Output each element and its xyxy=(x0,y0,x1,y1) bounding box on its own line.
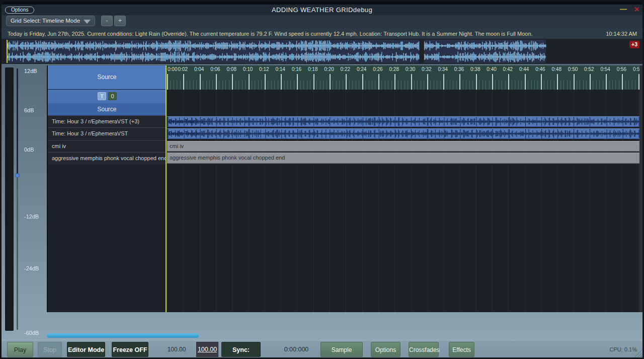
timeline-tick-minor xyxy=(537,80,538,90)
waveform-overview-strip[interactable]: +3 xyxy=(0,39,644,64)
audio-clip[interactable]: cmi iv xyxy=(167,141,639,152)
stop-button[interactable]: Stop xyxy=(38,342,62,357)
timeline-tick-minor xyxy=(303,80,304,90)
timeline-tick-major xyxy=(476,74,477,90)
timeline-tick-minor xyxy=(437,80,437,90)
timeline-tick-minor xyxy=(339,80,340,90)
timeline-tick-minor xyxy=(577,80,577,90)
freeze-button[interactable]: Freeze OFF xyxy=(112,342,148,357)
timeline-tick-major xyxy=(378,74,379,90)
timeline-tick-minor xyxy=(632,80,632,90)
timeline-tick-label: 0:14 xyxy=(275,66,285,72)
audio-clip[interactable]: Drum Track 1 xyxy=(167,128,639,139)
source-selector-top[interactable]: Source xyxy=(48,65,166,89)
timeline-tick-major xyxy=(183,74,184,90)
timeline-tick-minor xyxy=(365,80,366,90)
timeline-tick-minor xyxy=(222,80,223,90)
audio-clip[interactable]: aggressive memphis phonk vocal chopped e… xyxy=(167,153,639,164)
timeline-tick-minor xyxy=(336,80,337,90)
clip-label: aggressive memphis phonk vocal chopped e… xyxy=(170,155,285,161)
weather-status-text: Today is Friday, Jun 27th, 2025. Current… xyxy=(8,29,533,39)
timeline-tick-minor xyxy=(245,80,246,90)
track-header-row[interactable]: cmi iv xyxy=(48,140,166,152)
sync-button[interactable]: Sync: Internal xyxy=(221,342,261,357)
horizontal-scrollbar[interactable] xyxy=(47,333,199,338)
timeline-tick-minor xyxy=(206,80,207,90)
timeline-tick-minor xyxy=(495,80,496,90)
timeline-tick-minor xyxy=(300,80,301,90)
timeline-tick-label: 0:52 xyxy=(584,66,594,72)
timeline-tick-label: 0:30 xyxy=(406,66,415,72)
timeline-tick-minor xyxy=(430,80,431,90)
timeline-tick-minor xyxy=(229,80,229,90)
zoom-in-button[interactable]: + xyxy=(114,16,126,26)
transpose-toggle-button[interactable]: T xyxy=(98,92,106,100)
transpose-value-button[interactable]: 0 xyxy=(108,92,117,100)
timeline-tick-label: 0:24 xyxy=(357,66,366,72)
overview-playhead xyxy=(7,40,8,63)
timeline-tick-major xyxy=(411,74,412,90)
timeline-tick-label: 0:12 xyxy=(259,66,269,72)
timeline-tick-major xyxy=(541,74,542,90)
timeline-tick-minor xyxy=(170,80,171,90)
track-header-row[interactable]: aggressive memphis phonk vocal chopped e… xyxy=(48,152,166,164)
transport-bar: Play Stop Editor Mode Freeze OFF 100.00 … xyxy=(0,340,644,359)
zoom-out-button[interactable]: - xyxy=(101,16,113,26)
clock-display: 10:14:32 AM xyxy=(606,29,637,39)
sample-browser-button[interactable]: Sample Browser xyxy=(320,342,363,357)
timeline-tick-major xyxy=(606,74,607,90)
close-icon[interactable]: ✕ xyxy=(634,5,639,15)
options-button-bottom[interactable]: Options xyxy=(371,342,400,357)
timeline-ruler[interactable]: 0:000:020:040:060:080:100:120:140:160:18… xyxy=(166,65,639,90)
volume-fader-track[interactable] xyxy=(17,68,18,175)
timeline-tick-minor xyxy=(580,80,580,90)
track-header-panel: Source T 0 Source Time: Hour 3 / r/Ephem… xyxy=(47,65,166,312)
timeline-tick-minor xyxy=(466,80,466,90)
timeline-tick-label: 0:56 xyxy=(617,66,626,72)
timeline-tick-label: 0:22 xyxy=(341,66,350,72)
play-button[interactable]: Play xyxy=(7,342,33,357)
timeline-tick-label: 0:06 xyxy=(210,66,220,72)
volume-fader-handle[interactable] xyxy=(15,173,20,178)
playhead[interactable] xyxy=(166,65,167,312)
timeline-tick-minor xyxy=(190,80,190,90)
main-area: 12dB6dB0dB-12dB-24dB-60dB Source T 0 Sou… xyxy=(0,64,644,340)
timeline-tick-minor xyxy=(567,80,568,90)
editor-mode-button[interactable]: Editor Mode xyxy=(67,342,105,357)
timeline-tick-minor xyxy=(177,80,177,90)
timeline-tick-minor xyxy=(417,80,418,90)
timeline-tick-label: 0:18 xyxy=(308,66,317,72)
timeline-tick-major xyxy=(574,74,575,90)
source-selector-bottom[interactable]: Source xyxy=(48,103,166,115)
timeline-tick-minor xyxy=(472,80,473,90)
timeline-tick-label: 0:42 xyxy=(503,66,513,72)
timeline-tick-minor xyxy=(343,80,343,90)
vertical-scrollbar-track[interactable] xyxy=(639,65,642,312)
timeline-tick-minor xyxy=(560,80,561,90)
track-header-row[interactable]: Time: Hour 3 / r/EphemeraVST xyxy=(48,127,166,139)
timeline-tick-minor xyxy=(453,80,453,90)
audio-clip[interactable]: Drum Track 1 xyxy=(167,116,639,127)
transpose-row: T 0 xyxy=(48,90,166,103)
volume-fader-fill[interactable] xyxy=(17,175,18,330)
crossfades-button[interactable]: Crossfades xyxy=(409,342,439,357)
timeline-tick-minor xyxy=(505,80,506,90)
timeline-tick-minor xyxy=(612,80,613,90)
timeline-tick-label: 0:02 xyxy=(178,66,188,72)
effects-button[interactable]: Effects xyxy=(449,342,474,357)
title-bar: ADDING WEATHER GRIDdebug — ✕ xyxy=(0,5,644,15)
grid-select-dropdown[interactable]: Grid Select: Timeline Mode xyxy=(6,16,95,26)
track-header-row[interactable]: Time: Hour 3 / r/EphemeraVST (+3) xyxy=(48,115,166,127)
timeline-tick-minor xyxy=(586,80,587,90)
overview-waveform[interactable] xyxy=(7,40,639,63)
options-button-top[interactable]: Options xyxy=(5,7,34,14)
timeline-tick-minor xyxy=(268,80,268,90)
timeline-tick-major xyxy=(232,74,233,90)
timeline-tick-label: 0:20 xyxy=(324,66,334,72)
clip-label: Drum Track 1 xyxy=(169,118,204,124)
timeline-tick-minor xyxy=(242,80,243,90)
bpm-input[interactable]: 100.00 xyxy=(196,342,218,357)
timeline-tick-minor xyxy=(372,80,372,90)
minimize-icon[interactable]: — xyxy=(620,5,627,14)
arrangement-lanes[interactable]: Drum Track 1Drum Track 1cmi ivaggressive… xyxy=(166,90,639,312)
